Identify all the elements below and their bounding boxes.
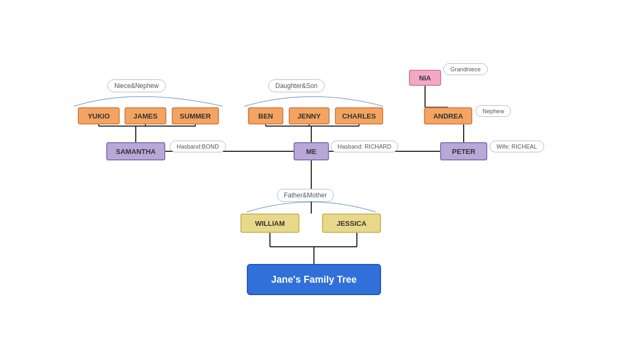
hasband-richard-label: Hasband: RICHARD xyxy=(331,141,398,152)
father-mother-label: Father&Mother xyxy=(277,189,334,202)
grandniece-label: Grandniece xyxy=(443,63,488,75)
charles-node[interactable]: CHARLES xyxy=(335,107,383,124)
jane-node[interactable]: Jane's Family Tree xyxy=(247,264,381,295)
wife-richeal-label: Wife: RICHEAL xyxy=(489,141,544,152)
ben-node[interactable]: BEN xyxy=(248,107,283,124)
niece-nephew-label: Niece&Nephew xyxy=(107,79,166,92)
nephew-label: Nephew xyxy=(475,105,511,117)
samantha-node[interactable]: SAMANTHA xyxy=(106,142,165,160)
william-node[interactable]: WILLIAM xyxy=(240,214,299,233)
nia-node[interactable]: NIA xyxy=(409,70,441,86)
james-node[interactable]: JAMES xyxy=(125,107,166,124)
family-tree-canvas: Jane's Family Tree WILLIAM JESSICA Fathe… xyxy=(0,0,644,338)
daughter-son-label: Daughter&Son xyxy=(268,79,325,92)
hasband-bond-label: Hasband:BOND xyxy=(170,141,226,152)
jenny-node[interactable]: JENNY xyxy=(289,107,330,124)
summer-node[interactable]: SUMMER xyxy=(172,107,219,124)
andrea-node[interactable]: ANDREA xyxy=(424,107,472,124)
me-node[interactable]: ME xyxy=(294,142,329,160)
yukio-node[interactable]: YUKIO xyxy=(78,107,120,124)
peter-node[interactable]: PETER xyxy=(440,142,487,160)
jessica-node[interactable]: JESSICA xyxy=(322,214,381,233)
